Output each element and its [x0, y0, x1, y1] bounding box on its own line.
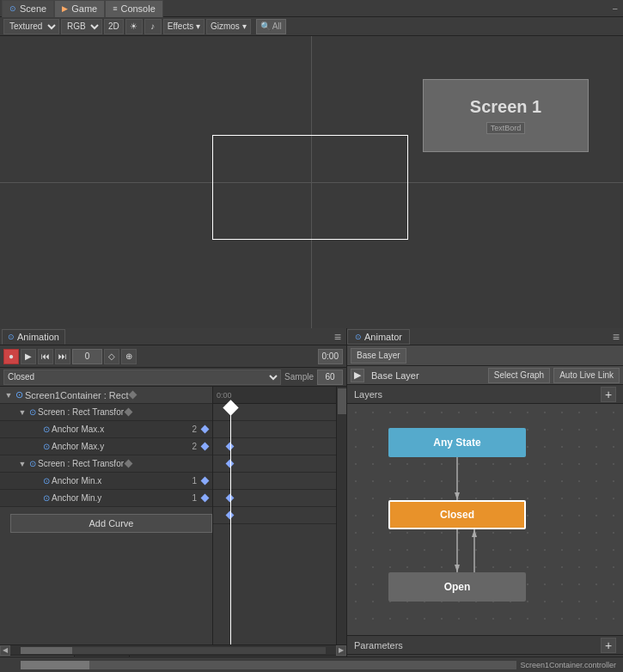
hscroll-right-arrow[interactable]: ▶: [336, 645, 346, 656]
search-all-label: All: [272, 21, 282, 31]
screen1-panel: Screen 1 TextBord: [423, 79, 589, 152]
animation-panel: ⊙ Animation ≡ ● ▶ ⏮ ⏭ ◇ ⊕ 0:00 Closed Sa…: [0, 328, 347, 672]
track-toggle-0[interactable]: ▼: [3, 390, 14, 400]
hscroll-left-arrow[interactable]: ◀: [0, 645, 10, 656]
open-state-label: Open: [444, 581, 471, 593]
clip-select[interactable]: Closed: [3, 370, 281, 385]
layers-row: Layers +: [347, 385, 623, 404]
track-icon-1: ⊙: [29, 407, 36, 417]
tab-game[interactable]: ▶ Game: [54, 0, 105, 17]
animator-base-layer-label: Base Layer: [371, 370, 419, 381]
track-diamond-2: [200, 425, 209, 434]
hscroll-thumb: [21, 647, 72, 654]
track-icon-5: ⊙: [43, 476, 50, 486]
sun-icon[interactable]: ☀: [125, 19, 143, 34]
animation-menu-button[interactable]: ≡: [331, 330, 345, 344]
timeline-scrollbar[interactable]: [336, 387, 346, 645]
play-button[interactable]: ▶: [21, 349, 36, 364]
parameters-header: Parameters +: [347, 636, 623, 655]
track-diamond-1: [124, 408, 132, 417]
track-toggle-3: [31, 442, 41, 452]
scene-tab-icon: ⊙: [9, 4, 16, 13]
rgb-select[interactable]: RGB: [61, 19, 102, 34]
track-icon-3: ⊙: [43, 442, 50, 451]
tab-game-label: Game: [71, 3, 97, 14]
textured-select[interactable]: Textured: [3, 19, 59, 34]
2d-button[interactable]: 2D: [104, 19, 124, 34]
state-open[interactable]: Open: [388, 572, 526, 602]
layers-add-button[interactable]: +: [601, 387, 616, 402]
animator-menu-button[interactable]: ≡: [609, 330, 623, 344]
track-name-4: Screen : Rect Transfor: [38, 459, 124, 468]
tab-scene[interactable]: ⊙ Scene: [2, 0, 54, 17]
next-frame-button[interactable]: ⏭: [55, 349, 70, 364]
sample-input[interactable]: [317, 370, 343, 385]
track-item-anchor-max-x[interactable]: ⊙ Anchor Max.x 2: [0, 421, 212, 438]
audio-icon[interactable]: ♪: [144, 19, 162, 34]
status-dope-sheet-label: [3, 656, 17, 673]
track-name-2: Anchor Max.x: [52, 425, 104, 434]
scene-view[interactable]: Screen 1 TextBord: [0, 36, 623, 328]
track-diamond-4: [124, 460, 132, 468]
animator-panel-tab[interactable]: ⊙ Animator: [347, 329, 410, 345]
effects-button[interactable]: Effects ▾: [163, 19, 205, 34]
prev-frame-button[interactable]: ⏮: [38, 349, 53, 364]
closed-state-label: Closed: [440, 509, 474, 521]
animator-panel: ⊙ Animator ≡ Base Layer ▶ Base Layer Sel…: [347, 328, 623, 672]
animation-tracks: ▼ ⊙ Screen1Container : Rect ▼ ⊙ Screen :…: [0, 387, 346, 645]
base-layer-tab[interactable]: Base Layer: [351, 348, 406, 363]
status-scroll-thumb: [21, 661, 89, 669]
state-closed[interactable]: Closed: [388, 500, 526, 529]
animator-graph[interactable]: Any State Closed Open: [347, 404, 623, 635]
track-toggle-4[interactable]: ▼: [17, 459, 27, 469]
track-item-screen1container[interactable]: ▼ ⊙ Screen1Container : Rect: [0, 387, 212, 404]
status-file-label: Screen1Container.controller: [520, 661, 620, 669]
parameters-add-button[interactable]: +: [601, 638, 616, 653]
state-any-state[interactable]: Any State: [388, 428, 526, 457]
track-name-5: Anchor Min.x: [52, 476, 101, 486]
add-curve-button[interactable]: Add Curve: [10, 514, 212, 533]
select-graph-button[interactable]: Select Graph: [488, 368, 550, 383]
track-icon-0: ⊙: [15, 389, 23, 400]
track-value-2: 2: [192, 425, 197, 434]
add-curve-container: Add Curve: [0, 507, 212, 540]
search-icon: 🔍: [260, 21, 271, 31]
timeline-row-4: [213, 473, 336, 490]
animation-hscroll[interactable]: ◀ ▶: [0, 645, 346, 655]
track-toggle-6: [31, 493, 41, 504]
scene-rect-outline: [212, 135, 408, 240]
timeline-row-6: [213, 507, 336, 524]
any-state-label: Any State: [433, 437, 480, 449]
tabs-collapse-icon[interactable]: −: [613, 3, 621, 14]
track-item-screen-rect-2[interactable]: ▼ ⊙ Screen : Rect Transfor: [0, 455, 212, 473]
timeline-scrollbar-thumb: [338, 388, 346, 414]
scene-toolbar: Textured RGB 2D ☀ ♪ Effects ▾ Gizmos ▾ 🔍…: [0, 17, 623, 36]
animation-panel-tab[interactable]: ⊙ Animation: [2, 329, 65, 345]
track-diamond-5: [200, 477, 209, 486]
auto-live-link-button[interactable]: Auto Live Link: [553, 368, 620, 383]
track-item-anchor-min-y[interactable]: ⊙ Anchor Min.y 1: [0, 490, 212, 507]
track-toggle-1[interactable]: ▼: [17, 407, 27, 418]
tab-console[interactable]: ≡ Console: [105, 0, 163, 17]
gizmos-button[interactable]: Gizmos ▾: [206, 19, 251, 34]
record-button[interactable]: ●: [3, 349, 19, 364]
console-tab-icon: ≡: [113, 4, 117, 13]
track-item-anchor-min-x[interactable]: ⊙ Anchor Min.x 1: [0, 473, 212, 490]
frame-input[interactable]: [72, 349, 102, 364]
track-diamond-6: [200, 494, 209, 503]
timeline-row-5: [213, 490, 336, 507]
animator-header-row: ▶ Base Layer Select Graph Auto Live Link: [347, 366, 623, 385]
animator-play-button[interactable]: ▶: [351, 369, 364, 382]
key-icon[interactable]: ◇: [104, 349, 119, 364]
layer-bar: Base Layer: [347, 345, 623, 366]
status-scroll-track[interactable]: [21, 661, 516, 669]
track-item-screen-rect-1[interactable]: ▼ ⊙ Screen : Rect Transfor: [0, 404, 212, 421]
screen1-subtitle: TextBord: [486, 122, 526, 134]
add-key-button[interactable]: ⊕: [121, 349, 137, 364]
timeline-panel[interactable]: 0:00: [213, 387, 346, 645]
sample-label: Sample: [284, 372, 314, 382]
track-names-panel: ▼ ⊙ Screen1Container : Rect ▼ ⊙ Screen :…: [0, 387, 213, 645]
track-item-anchor-max-y[interactable]: ⊙ Anchor Max.y 2: [0, 438, 212, 455]
track-toggle-5: [31, 476, 41, 486]
track-icon-2: ⊙: [43, 425, 50, 434]
